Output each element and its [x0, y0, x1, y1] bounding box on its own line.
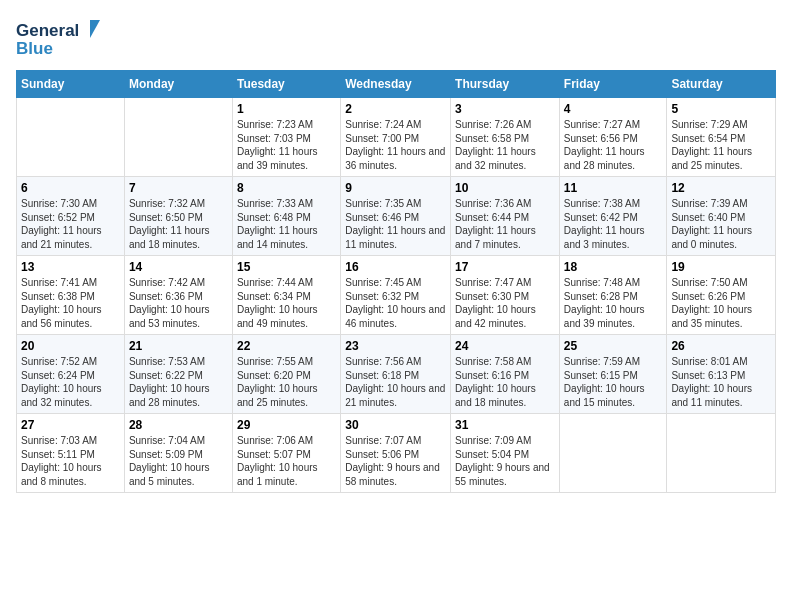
calendar-cell: 11Sunrise: 7:38 AMSunset: 6:42 PMDayligh…	[559, 177, 667, 256]
weekday-header-thursday: Thursday	[451, 71, 560, 98]
calendar-cell: 12Sunrise: 7:39 AMSunset: 6:40 PMDayligh…	[667, 177, 776, 256]
day-info: Sunrise: 7:07 AMSunset: 5:06 PMDaylight:…	[345, 434, 446, 488]
weekday-header-tuesday: Tuesday	[232, 71, 340, 98]
day-number: 7	[129, 181, 228, 195]
calendar-cell	[559, 414, 667, 493]
calendar-cell: 4Sunrise: 7:27 AMSunset: 6:56 PMDaylight…	[559, 98, 667, 177]
day-number: 15	[237, 260, 336, 274]
calendar-cell: 16Sunrise: 7:45 AMSunset: 6:32 PMDayligh…	[341, 256, 451, 335]
day-number: 23	[345, 339, 446, 353]
calendar-cell: 1Sunrise: 7:23 AMSunset: 7:03 PMDaylight…	[232, 98, 340, 177]
day-info: Sunrise: 7:38 AMSunset: 6:42 PMDaylight:…	[564, 197, 663, 251]
calendar-cell	[667, 414, 776, 493]
calendar-table: SundayMondayTuesdayWednesdayThursdayFrid…	[16, 70, 776, 493]
day-number: 21	[129, 339, 228, 353]
calendar-cell: 5Sunrise: 7:29 AMSunset: 6:54 PMDaylight…	[667, 98, 776, 177]
day-number: 16	[345, 260, 446, 274]
day-info: Sunrise: 7:44 AMSunset: 6:34 PMDaylight:…	[237, 276, 336, 330]
calendar-cell: 23Sunrise: 7:56 AMSunset: 6:18 PMDayligh…	[341, 335, 451, 414]
day-info: Sunrise: 7:53 AMSunset: 6:22 PMDaylight:…	[129, 355, 228, 409]
day-info: Sunrise: 7:04 AMSunset: 5:09 PMDaylight:…	[129, 434, 228, 488]
day-info: Sunrise: 7:35 AMSunset: 6:46 PMDaylight:…	[345, 197, 446, 251]
day-info: Sunrise: 7:06 AMSunset: 5:07 PMDaylight:…	[237, 434, 336, 488]
day-number: 18	[564, 260, 663, 274]
day-number: 14	[129, 260, 228, 274]
day-number: 2	[345, 102, 446, 116]
logo-svg: General Blue	[16, 16, 106, 60]
day-info: Sunrise: 7:50 AMSunset: 6:26 PMDaylight:…	[671, 276, 771, 330]
day-info: Sunrise: 7:59 AMSunset: 6:15 PMDaylight:…	[564, 355, 663, 409]
day-info: Sunrise: 8:01 AMSunset: 6:13 PMDaylight:…	[671, 355, 771, 409]
day-info: Sunrise: 7:45 AMSunset: 6:32 PMDaylight:…	[345, 276, 446, 330]
calendar-cell: 29Sunrise: 7:06 AMSunset: 5:07 PMDayligh…	[232, 414, 340, 493]
day-info: Sunrise: 7:36 AMSunset: 6:44 PMDaylight:…	[455, 197, 555, 251]
day-number: 22	[237, 339, 336, 353]
day-info: Sunrise: 7:41 AMSunset: 6:38 PMDaylight:…	[21, 276, 120, 330]
weekday-header-friday: Friday	[559, 71, 667, 98]
day-number: 8	[237, 181, 336, 195]
day-number: 5	[671, 102, 771, 116]
calendar-cell	[124, 98, 232, 177]
day-info: Sunrise: 7:48 AMSunset: 6:28 PMDaylight:…	[564, 276, 663, 330]
day-number: 6	[21, 181, 120, 195]
day-number: 25	[564, 339, 663, 353]
day-number: 28	[129, 418, 228, 432]
calendar-cell: 6Sunrise: 7:30 AMSunset: 6:52 PMDaylight…	[17, 177, 125, 256]
day-info: Sunrise: 7:30 AMSunset: 6:52 PMDaylight:…	[21, 197, 120, 251]
calendar-cell: 21Sunrise: 7:53 AMSunset: 6:22 PMDayligh…	[124, 335, 232, 414]
weekday-header-row: SundayMondayTuesdayWednesdayThursdayFrid…	[17, 71, 776, 98]
calendar-cell: 18Sunrise: 7:48 AMSunset: 6:28 PMDayligh…	[559, 256, 667, 335]
weekday-header-monday: Monday	[124, 71, 232, 98]
day-info: Sunrise: 7:29 AMSunset: 6:54 PMDaylight:…	[671, 118, 771, 172]
calendar-cell	[17, 98, 125, 177]
calendar-week-row: 27Sunrise: 7:03 AMSunset: 5:11 PMDayligh…	[17, 414, 776, 493]
calendar-cell: 22Sunrise: 7:55 AMSunset: 6:20 PMDayligh…	[232, 335, 340, 414]
svg-marker-2	[90, 20, 100, 38]
day-number: 29	[237, 418, 336, 432]
day-number: 19	[671, 260, 771, 274]
day-info: Sunrise: 7:09 AMSunset: 5:04 PMDaylight:…	[455, 434, 555, 488]
logo: General Blue	[16, 16, 106, 60]
calendar-week-row: 1Sunrise: 7:23 AMSunset: 7:03 PMDaylight…	[17, 98, 776, 177]
calendar-cell: 20Sunrise: 7:52 AMSunset: 6:24 PMDayligh…	[17, 335, 125, 414]
day-info: Sunrise: 7:32 AMSunset: 6:50 PMDaylight:…	[129, 197, 228, 251]
day-number: 31	[455, 418, 555, 432]
calendar-week-row: 6Sunrise: 7:30 AMSunset: 6:52 PMDaylight…	[17, 177, 776, 256]
calendar-cell: 9Sunrise: 7:35 AMSunset: 6:46 PMDaylight…	[341, 177, 451, 256]
day-info: Sunrise: 7:58 AMSunset: 6:16 PMDaylight:…	[455, 355, 555, 409]
day-info: Sunrise: 7:42 AMSunset: 6:36 PMDaylight:…	[129, 276, 228, 330]
day-number: 12	[671, 181, 771, 195]
calendar-cell: 3Sunrise: 7:26 AMSunset: 6:58 PMDaylight…	[451, 98, 560, 177]
calendar-week-row: 20Sunrise: 7:52 AMSunset: 6:24 PMDayligh…	[17, 335, 776, 414]
day-info: Sunrise: 7:23 AMSunset: 7:03 PMDaylight:…	[237, 118, 336, 172]
day-number: 13	[21, 260, 120, 274]
day-number: 26	[671, 339, 771, 353]
day-info: Sunrise: 7:26 AMSunset: 6:58 PMDaylight:…	[455, 118, 555, 172]
calendar-cell: 13Sunrise: 7:41 AMSunset: 6:38 PMDayligh…	[17, 256, 125, 335]
day-number: 30	[345, 418, 446, 432]
calendar-cell: 8Sunrise: 7:33 AMSunset: 6:48 PMDaylight…	[232, 177, 340, 256]
day-number: 1	[237, 102, 336, 116]
calendar-cell: 26Sunrise: 8:01 AMSunset: 6:13 PMDayligh…	[667, 335, 776, 414]
calendar-cell: 15Sunrise: 7:44 AMSunset: 6:34 PMDayligh…	[232, 256, 340, 335]
calendar-cell: 17Sunrise: 7:47 AMSunset: 6:30 PMDayligh…	[451, 256, 560, 335]
day-info: Sunrise: 7:24 AMSunset: 7:00 PMDaylight:…	[345, 118, 446, 172]
day-info: Sunrise: 7:27 AMSunset: 6:56 PMDaylight:…	[564, 118, 663, 172]
day-info: Sunrise: 7:33 AMSunset: 6:48 PMDaylight:…	[237, 197, 336, 251]
calendar-cell: 31Sunrise: 7:09 AMSunset: 5:04 PMDayligh…	[451, 414, 560, 493]
calendar-cell: 10Sunrise: 7:36 AMSunset: 6:44 PMDayligh…	[451, 177, 560, 256]
day-info: Sunrise: 7:55 AMSunset: 6:20 PMDaylight:…	[237, 355, 336, 409]
calendar-cell: 28Sunrise: 7:04 AMSunset: 5:09 PMDayligh…	[124, 414, 232, 493]
calendar-cell: 19Sunrise: 7:50 AMSunset: 6:26 PMDayligh…	[667, 256, 776, 335]
calendar-cell: 7Sunrise: 7:32 AMSunset: 6:50 PMDaylight…	[124, 177, 232, 256]
calendar-cell: 14Sunrise: 7:42 AMSunset: 6:36 PMDayligh…	[124, 256, 232, 335]
day-number: 11	[564, 181, 663, 195]
day-number: 10	[455, 181, 555, 195]
calendar-cell: 30Sunrise: 7:07 AMSunset: 5:06 PMDayligh…	[341, 414, 451, 493]
calendar-cell: 24Sunrise: 7:58 AMSunset: 6:16 PMDayligh…	[451, 335, 560, 414]
calendar-cell: 27Sunrise: 7:03 AMSunset: 5:11 PMDayligh…	[17, 414, 125, 493]
weekday-header-wednesday: Wednesday	[341, 71, 451, 98]
day-number: 20	[21, 339, 120, 353]
day-info: Sunrise: 7:56 AMSunset: 6:18 PMDaylight:…	[345, 355, 446, 409]
calendar-week-row: 13Sunrise: 7:41 AMSunset: 6:38 PMDayligh…	[17, 256, 776, 335]
